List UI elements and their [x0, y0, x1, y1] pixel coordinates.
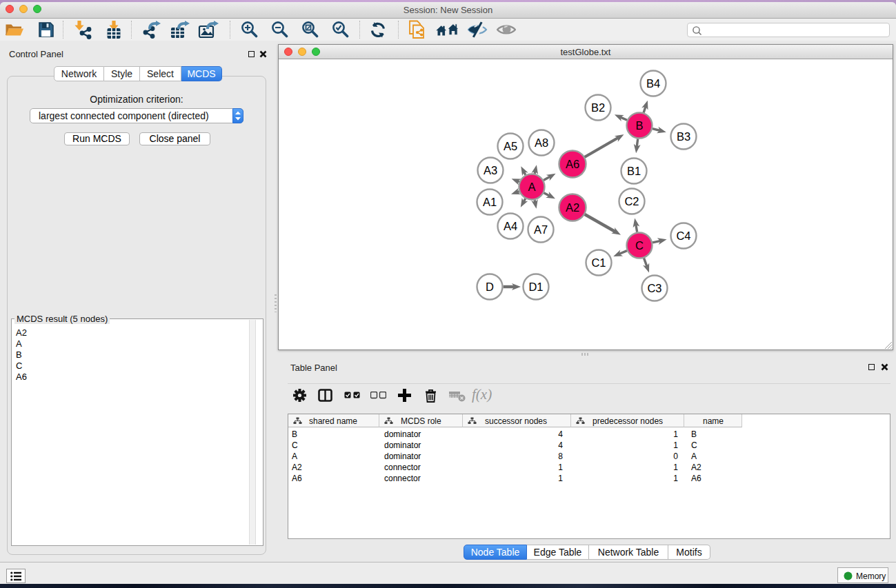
- svg-text:C3: C3: [647, 282, 661, 294]
- svg-text:B2: B2: [591, 101, 605, 114]
- svg-text:C: C: [635, 239, 644, 252]
- svg-text:A5: A5: [504, 140, 517, 152]
- svg-text:D1: D1: [528, 281, 543, 293]
- svg-text:C1: C1: [591, 256, 606, 269]
- svg-text:A4: A4: [504, 220, 517, 232]
- svg-text:A3: A3: [484, 164, 497, 176]
- svg-text:B1: B1: [627, 165, 641, 177]
- svg-text:A2: A2: [566, 201, 579, 214]
- svg-text:A: A: [528, 181, 535, 193]
- svg-text:C2: C2: [624, 195, 639, 207]
- svg-text:A7: A7: [534, 223, 548, 236]
- svg-text:B: B: [635, 119, 643, 132]
- svg-text:C4: C4: [676, 230, 690, 242]
- svg-text:B4: B4: [646, 77, 660, 90]
- svg-text:B3: B3: [677, 130, 690, 143]
- svg-text:A8: A8: [535, 136, 548, 149]
- svg-text:A1: A1: [483, 196, 497, 208]
- svg-text:A6: A6: [566, 158, 579, 170]
- svg-text:D: D: [486, 281, 494, 293]
